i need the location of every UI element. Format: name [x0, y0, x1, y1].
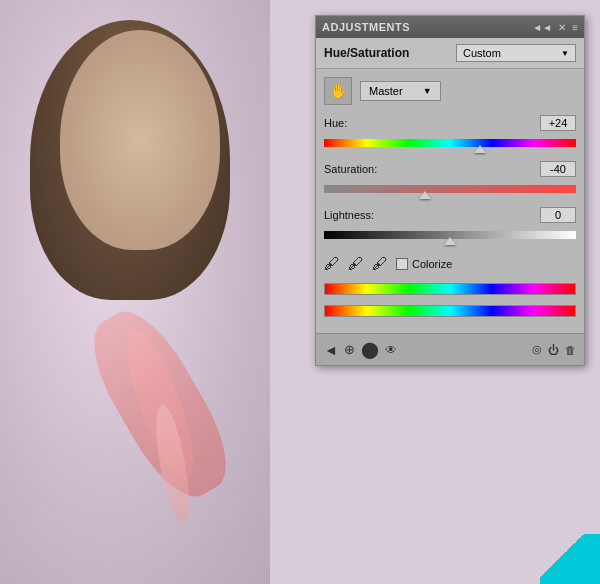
footer-right: ◎ ⏻ 🗑 — [532, 343, 576, 356]
saturation-label: Saturation: — [324, 163, 377, 175]
eyedropper-subtract-tool[interactable]: 🖋 — [372, 255, 388, 273]
footer-left: ◄ ⊕ ⬤ 👁 — [324, 340, 397, 359]
panel-titlebar: ADJUSTMENTS ◄◄ ✕ ≡ — [316, 16, 584, 38]
collapse-button[interactable]: ◄◄ — [532, 22, 552, 33]
panel-header: Hue/Saturation Custom ▼ — [316, 38, 584, 69]
face — [60, 30, 220, 250]
adjustment-type: Hue/Saturation — [324, 46, 409, 60]
spectrum-bottom-bar — [324, 305, 576, 317]
panel-content: ✋ Master ▼ Hue: +24 Saturation: -40 — [316, 69, 584, 333]
hand-tool[interactable]: ✋ — [324, 77, 352, 105]
eyedropper-tool[interactable]: 🖋 — [324, 255, 340, 273]
title-controls: ◄◄ ✕ ≡ — [532, 22, 578, 33]
back-icon[interactable]: ◄ — [324, 342, 338, 358]
lightness-label-row: Lightness: 0 — [324, 207, 576, 223]
eyedropper-add-tool[interactable]: 🖋 — [348, 255, 364, 273]
colorize-label: Colorize — [412, 258, 452, 270]
saturation-track — [324, 185, 576, 193]
saturation-label-row: Saturation: -40 — [324, 161, 576, 177]
saturation-slider-container[interactable] — [324, 179, 576, 199]
lightness-row: Lightness: 0 — [324, 207, 576, 245]
adjustments-panel: ADJUSTMENTS ◄◄ ✕ ≡ Hue/Saturation Custom… — [315, 15, 585, 366]
hue-thumb[interactable] — [474, 145, 486, 153]
saturation-value[interactable]: -40 — [540, 161, 576, 177]
colorize-checkbox[interactable] — [396, 258, 408, 270]
spectrum-middle — [324, 299, 576, 305]
photo-area — [0, 0, 270, 584]
channel-label: Master — [369, 85, 403, 97]
preset-dropdown-arrow: ▼ — [561, 49, 569, 58]
lightness-thumb[interactable] — [444, 237, 456, 245]
hand-tool-icon: ✋ — [330, 83, 347, 99]
hue-value[interactable]: +24 — [540, 115, 576, 131]
panel-title: ADJUSTMENTS — [322, 21, 410, 33]
lightness-value[interactable]: 0 — [540, 207, 576, 223]
saturation-thumb[interactable] — [419, 191, 431, 199]
menu-button[interactable]: ≡ — [572, 22, 578, 33]
spectrum-top-bar — [324, 283, 576, 295]
hue-label-row: Hue: +24 — [324, 115, 576, 131]
colorize-option: Colorize — [396, 258, 452, 270]
mask-icon[interactable]: ⬤ — [361, 340, 379, 359]
close-button[interactable]: ✕ — [558, 22, 566, 33]
panel-footer: ◄ ⊕ ⬤ 👁 ◎ ⏻ 🗑 — [316, 333, 584, 365]
spectrum-container — [324, 283, 576, 317]
wifi-icon[interactable]: ◎ — [532, 343, 542, 356]
cyan-corner — [540, 534, 600, 584]
eye-icon[interactable]: 👁 — [385, 343, 397, 357]
tools-row: 🖋 🖋 🖋 Colorize — [324, 255, 576, 273]
power-icon[interactable]: ⏻ — [548, 344, 559, 356]
hue-track — [324, 139, 576, 147]
preset-label: Custom — [463, 47, 501, 59]
add-layer-icon[interactable]: ⊕ — [344, 342, 355, 357]
preset-dropdown[interactable]: Custom ▼ — [456, 44, 576, 62]
top-controls: ✋ Master ▼ — [324, 77, 576, 105]
saturation-row: Saturation: -40 — [324, 161, 576, 199]
channel-dropdown[interactable]: Master ▼ — [360, 81, 441, 101]
hue-label: Hue: — [324, 117, 347, 129]
hue-row: Hue: +24 — [324, 115, 576, 153]
lightness-slider-container[interactable] — [324, 225, 576, 245]
channel-arrow: ▼ — [423, 86, 432, 96]
delete-icon[interactable]: 🗑 — [565, 344, 576, 356]
lightness-label: Lightness: — [324, 209, 374, 221]
hue-slider-container[interactable] — [324, 133, 576, 153]
